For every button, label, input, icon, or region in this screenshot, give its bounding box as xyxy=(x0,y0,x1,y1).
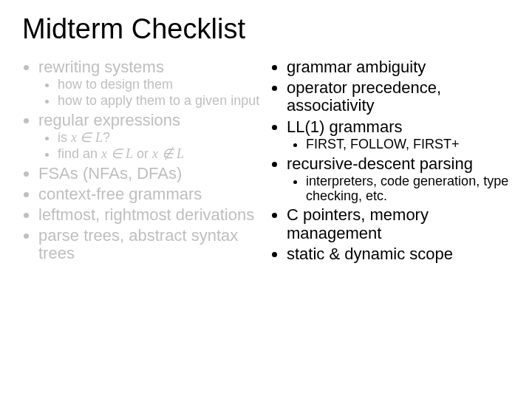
text-run: or xyxy=(133,146,152,161)
slide: Midterm Checklist rewriting systems how … xyxy=(0,0,532,399)
list-item: operator precedence, associativity xyxy=(287,79,510,115)
math-run: x ∈ L xyxy=(71,130,103,145)
list-item: grammar ambiguity xyxy=(287,58,510,76)
right-list: grammar ambiguity operator precedence, a… xyxy=(270,58,510,263)
math-run: x ∈ L xyxy=(101,146,133,161)
sub-list: how to design them how to apply them to … xyxy=(38,78,262,109)
text-run: ? xyxy=(103,130,110,145)
list-item: context-free grammars xyxy=(38,185,262,203)
list-item: interpreters, code generation, type chec… xyxy=(306,174,510,204)
sub-list: interpreters, code generation, type chec… xyxy=(287,174,510,204)
list-item: LL(1) grammars FIRST, FOLLOW, FIRST+ xyxy=(287,118,510,152)
list-item: parse trees, abstract syntax trees xyxy=(38,227,262,262)
sub-list: is x ∈ L? find an x ∈ L or x ∉ L xyxy=(38,131,262,162)
left-list: rewriting systems how to design them how… xyxy=(22,58,262,263)
item-text: rewriting systems xyxy=(38,58,164,76)
list-item: leftmost, rightmost derivations xyxy=(38,206,262,224)
text-run: is xyxy=(58,130,71,145)
list-item: regular expressions is x ∈ L? find an x … xyxy=(38,112,262,162)
right-column: grammar ambiguity operator precedence, a… xyxy=(266,58,510,266)
list-item: static & dynamic scope xyxy=(287,245,510,263)
list-item: FIRST, FOLLOW, FIRST+ xyxy=(306,137,510,152)
sub-list: FIRST, FOLLOW, FIRST+ xyxy=(287,137,510,152)
body-columns: rewriting systems how to design them how… xyxy=(22,58,510,266)
list-item: find an x ∈ L or x ∉ L xyxy=(58,147,262,162)
item-text: regular expressions xyxy=(38,111,180,129)
list-item: rewriting systems how to design them how… xyxy=(38,58,262,109)
list-item: how to apply them to a given input xyxy=(58,94,262,109)
slide-title: Midterm Checklist xyxy=(22,13,510,45)
item-text: LL(1) grammars xyxy=(287,117,402,136)
list-item: C pointers, memory management xyxy=(287,206,510,242)
list-item: is x ∈ L? xyxy=(58,131,262,146)
text-run: find an xyxy=(58,146,101,161)
list-item: FSAs (NFAs, DFAs) xyxy=(38,165,262,183)
list-item: recursive-descent parsing interpreters, … xyxy=(287,155,510,204)
item-text: recursive-descent parsing xyxy=(287,154,473,173)
math-run: x ∉ L xyxy=(152,146,184,161)
left-column: rewriting systems how to design them how… xyxy=(22,58,266,266)
list-item: how to design them xyxy=(58,78,262,92)
